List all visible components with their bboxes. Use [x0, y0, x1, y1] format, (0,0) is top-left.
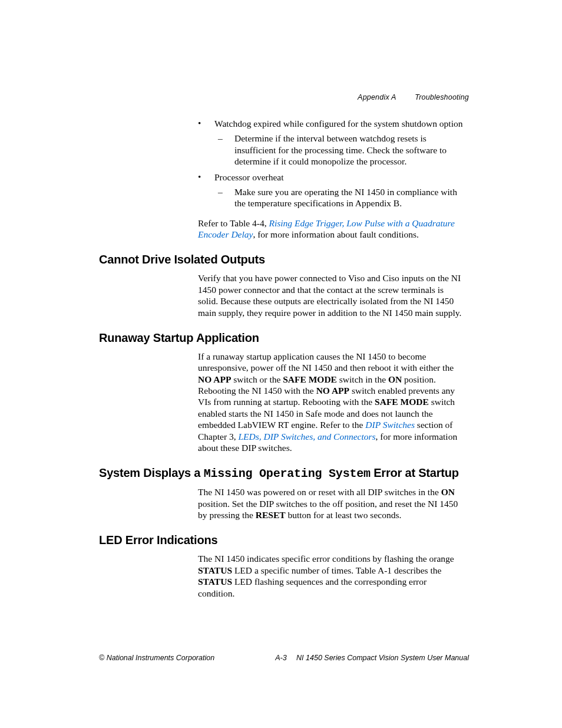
cross-ref-link[interactable]: DIP Switches — [365, 420, 415, 430]
refer-paragraph: Refer to Table 4-4, Rising Edge Trigger,… — [198, 218, 463, 241]
cross-ref-link[interactable]: LEDs, DIP Switches, and Connectors — [238, 431, 375, 442]
page-content: Watchdog expired while configured for th… — [99, 118, 464, 606]
section-heading-led: LED Error Indications — [99, 533, 464, 547]
bullet-item: Processor overheat Make sure you are ope… — [198, 172, 469, 209]
bold-term: STATUS — [198, 577, 232, 587]
text: LED a specific number of times. Table A-… — [232, 565, 441, 575]
text: If a runaway startup application causes … — [198, 351, 454, 373]
bullet-text: Processor overheat — [214, 172, 284, 182]
text: switch in the — [337, 374, 388, 384]
section-body: If a runaway startup application causes … — [198, 351, 463, 453]
header-appendix: Appendix A — [358, 93, 396, 101]
heading-text: System Displays a — [99, 466, 204, 479]
bullet-text: Watchdog expired while configured for th… — [214, 118, 462, 129]
heading-mono: Missing Operating System — [204, 467, 371, 480]
bold-term: RESET — [256, 510, 286, 520]
sub-list: Determine if the interval between watchd… — [214, 133, 469, 167]
bold-term: SAFE MODE — [375, 397, 429, 407]
section-body: The NI 1450 indicates specific error con… — [198, 553, 463, 599]
bold-term: STATUS — [198, 565, 232, 575]
sub-item: Determine if the interval between watchd… — [214, 133, 469, 167]
footer-manual-title: NI 1450 Series Compact Vision System Use… — [296, 654, 469, 662]
section-body: Verify that you have power connected to … — [198, 272, 463, 318]
text: switch or the — [231, 374, 283, 384]
text: Refer to Table 4-4, — [198, 218, 269, 228]
bullet-list: Watchdog expired while configured for th… — [99, 118, 464, 209]
text: LED flashing sequences and the correspon… — [198, 577, 427, 598]
bold-term: SAFE MODE — [283, 374, 337, 384]
footer-page-number: A-3 — [0, 654, 562, 662]
bold-term: ON — [388, 374, 402, 384]
text: The NI 1450 was powered on or reset with… — [198, 487, 441, 497]
page-header: Appendix A Troubleshooting — [358, 93, 469, 101]
heading-text: Error at Startup — [371, 466, 459, 479]
sub-item: Make sure you are operating the NI 1450 … — [214, 186, 469, 209]
section-body: The NI 1450 was powered on or reset with… — [198, 486, 463, 521]
bullet-item: Watchdog expired while configured for th… — [198, 118, 469, 167]
bold-term: NO APP — [316, 386, 349, 396]
text: The NI 1450 indicates specific error con… — [198, 554, 454, 564]
section-heading-runaway: Runaway Startup Application — [99, 331, 464, 345]
section-heading-missing-os: System Displays a Missing Operating Syst… — [99, 466, 464, 480]
bold-term: ON — [441, 487, 455, 497]
section-heading-cannot-drive: Cannot Drive Isolated Outputs — [99, 253, 464, 266]
sub-list: Make sure you are operating the NI 1450 … — [214, 186, 469, 209]
text: button for at least two seconds. — [286, 510, 402, 520]
text: , for more information about fault condi… — [253, 229, 419, 239]
bold-term: NO APP — [198, 374, 231, 384]
header-title: Troubleshooting — [415, 93, 469, 101]
